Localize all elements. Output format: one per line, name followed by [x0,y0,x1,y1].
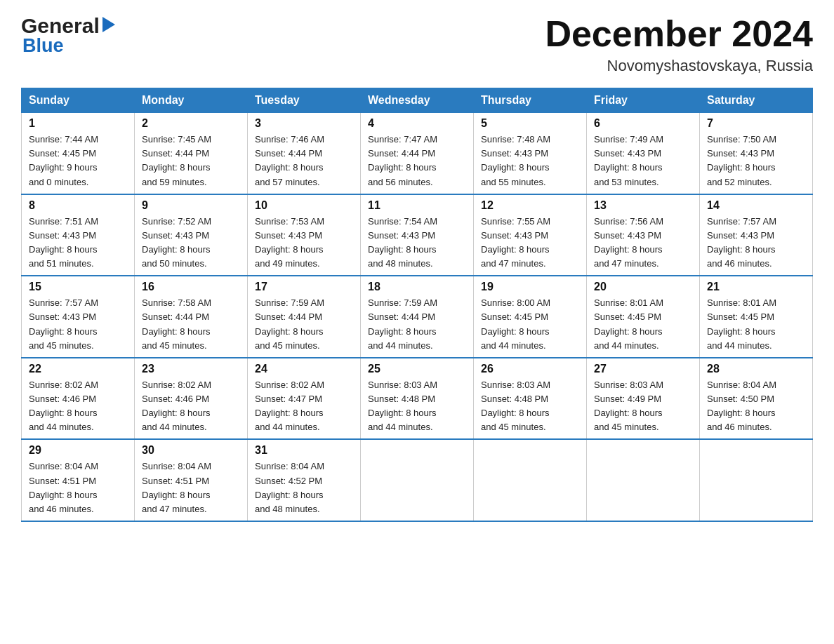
day-cell: 25Sunrise: 8:03 AM Sunset: 4:48 PM Dayli… [361,358,474,440]
day-info: Sunrise: 7:54 AM Sunset: 4:43 PM Dayligh… [368,215,466,271]
day-number: 6 [594,117,692,130]
day-info: Sunrise: 7:58 AM Sunset: 4:44 PM Dayligh… [142,296,240,353]
day-info: Sunrise: 7:52 AM Sunset: 4:43 PM Dayligh… [142,215,240,271]
day-info: Sunrise: 7:47 AM Sunset: 4:44 PM Dayligh… [368,133,466,189]
day-info: Sunrise: 7:49 AM Sunset: 4:43 PM Dayligh… [594,133,692,189]
week-row-2: 8Sunrise: 7:51 AM Sunset: 4:43 PM Daylig… [22,194,813,276]
day-number: 14 [707,199,805,212]
day-number: 18 [368,281,466,293]
day-number: 23 [142,363,240,375]
logo-arrow-icon [102,18,115,34]
day-number: 2 [142,117,240,130]
day-cell: 7Sunrise: 7:50 AM Sunset: 4:43 PM Daylig… [700,113,813,194]
logo-general-text: General [21,14,100,38]
day-number: 13 [594,199,692,212]
day-cell: 17Sunrise: 7:59 AM Sunset: 4:44 PM Dayli… [248,276,361,358]
day-info: Sunrise: 7:44 AM Sunset: 4:45 PM Dayligh… [29,133,127,189]
day-info: Sunrise: 8:02 AM Sunset: 4:47 PM Dayligh… [255,378,353,435]
day-number: 9 [142,199,240,212]
day-info: Sunrise: 8:04 AM Sunset: 4:51 PM Dayligh… [29,459,127,516]
day-info: Sunrise: 7:45 AM Sunset: 4:44 PM Dayligh… [142,133,240,189]
day-cell: 18Sunrise: 7:59 AM Sunset: 4:44 PM Dayli… [361,276,474,358]
calendar-header: SundayMondayTuesdayWednesdayThursdayFrid… [22,88,813,113]
day-info: Sunrise: 8:04 AM Sunset: 4:51 PM Dayligh… [142,459,240,516]
day-cell: 11Sunrise: 7:54 AM Sunset: 4:43 PM Dayli… [361,194,474,276]
day-number: 15 [29,281,127,293]
day-cell [474,439,587,521]
header-cell-friday: Friday [587,88,700,113]
logo: General Blue [21,14,115,57]
day-number: 25 [368,363,466,375]
day-cell: 16Sunrise: 7:58 AM Sunset: 4:44 PM Dayli… [135,276,248,358]
header-cell-sunday: Sunday [22,88,135,113]
day-info: Sunrise: 7:57 AM Sunset: 4:43 PM Dayligh… [707,215,805,271]
day-cell: 23Sunrise: 8:02 AM Sunset: 4:46 PM Dayli… [135,358,248,440]
day-number: 31 [255,444,353,457]
day-cell: 20Sunrise: 8:01 AM Sunset: 4:45 PM Dayli… [587,276,700,358]
day-info: Sunrise: 8:01 AM Sunset: 4:45 PM Dayligh… [707,296,805,353]
day-cell: 19Sunrise: 8:00 AM Sunset: 4:45 PM Dayli… [474,276,587,358]
day-info: Sunrise: 7:46 AM Sunset: 4:44 PM Dayligh… [255,133,353,189]
day-cell: 30Sunrise: 8:04 AM Sunset: 4:51 PM Dayli… [135,439,248,521]
page-title: December 2024 [545,14,813,54]
day-cell: 1Sunrise: 7:44 AM Sunset: 4:45 PM Daylig… [22,113,135,194]
day-info: Sunrise: 8:02 AM Sunset: 4:46 PM Dayligh… [142,378,240,435]
day-number: 4 [368,117,466,130]
day-info: Sunrise: 8:01 AM Sunset: 4:45 PM Dayligh… [594,296,692,353]
day-number: 5 [481,117,579,130]
day-cell: 15Sunrise: 7:57 AM Sunset: 4:43 PM Dayli… [22,276,135,358]
calendar-body: 1Sunrise: 7:44 AM Sunset: 4:45 PM Daylig… [22,113,813,521]
header-cell-wednesday: Wednesday [361,88,474,113]
day-info: Sunrise: 7:59 AM Sunset: 4:44 PM Dayligh… [255,296,353,353]
day-info: Sunrise: 7:53 AM Sunset: 4:43 PM Dayligh… [255,215,353,271]
day-number: 21 [707,281,805,293]
day-number: 1 [29,117,127,130]
day-cell: 31Sunrise: 8:04 AM Sunset: 4:52 PM Dayli… [248,439,361,521]
day-number: 11 [368,199,466,212]
day-number: 8 [29,199,127,212]
day-info: Sunrise: 8:03 AM Sunset: 4:49 PM Dayligh… [594,378,692,435]
logo-line1: General [21,14,115,38]
day-number: 26 [481,363,579,375]
day-info: Sunrise: 8:04 AM Sunset: 4:52 PM Dayligh… [255,459,353,516]
day-cell: 3Sunrise: 7:46 AM Sunset: 4:44 PM Daylig… [248,113,361,194]
day-number: 3 [255,117,353,130]
day-info: Sunrise: 7:59 AM Sunset: 4:44 PM Dayligh… [368,296,466,353]
day-number: 12 [481,199,579,212]
day-number: 22 [29,363,127,375]
day-cell: 21Sunrise: 8:01 AM Sunset: 4:45 PM Dayli… [700,276,813,358]
header-cell-saturday: Saturday [700,88,813,113]
day-cell: 2Sunrise: 7:45 AM Sunset: 4:44 PM Daylig… [135,113,248,194]
day-cell: 26Sunrise: 8:03 AM Sunset: 4:48 PM Dayli… [474,358,587,440]
day-info: Sunrise: 8:00 AM Sunset: 4:45 PM Dayligh… [481,296,579,353]
day-info: Sunrise: 7:55 AM Sunset: 4:43 PM Dayligh… [481,215,579,271]
day-number: 24 [255,363,353,375]
week-row-4: 22Sunrise: 8:02 AM Sunset: 4:46 PM Dayli… [22,358,813,440]
logo-blue-text: Blue [22,35,64,57]
day-info: Sunrise: 8:03 AM Sunset: 4:48 PM Dayligh… [368,378,466,435]
day-info: Sunrise: 7:51 AM Sunset: 4:43 PM Dayligh… [29,215,127,271]
day-cell: 13Sunrise: 7:56 AM Sunset: 4:43 PM Dayli… [587,194,700,276]
day-cell: 22Sunrise: 8:02 AM Sunset: 4:46 PM Dayli… [22,358,135,440]
day-number: 28 [707,363,805,375]
day-cell: 28Sunrise: 8:04 AM Sunset: 4:50 PM Dayli… [700,358,813,440]
day-info: Sunrise: 8:04 AM Sunset: 4:50 PM Dayligh… [707,378,805,435]
day-info: Sunrise: 7:56 AM Sunset: 4:43 PM Dayligh… [594,215,692,271]
page-header: General Blue December 2024 Novomyshastov… [21,14,813,75]
calendar-table: SundayMondayTuesdayWednesdayThursdayFrid… [21,88,813,522]
page-subtitle: Novomyshastovskaya, Russia [545,57,813,75]
day-cell: 10Sunrise: 7:53 AM Sunset: 4:43 PM Dayli… [248,194,361,276]
day-number: 19 [481,281,579,293]
day-info: Sunrise: 7:57 AM Sunset: 4:43 PM Dayligh… [29,296,127,353]
header-cell-monday: Monday [135,88,248,113]
day-cell: 6Sunrise: 7:49 AM Sunset: 4:43 PM Daylig… [587,113,700,194]
day-cell: 14Sunrise: 7:57 AM Sunset: 4:43 PM Dayli… [700,194,813,276]
day-cell: 29Sunrise: 8:04 AM Sunset: 4:51 PM Dayli… [22,439,135,521]
svg-marker-0 [102,17,115,32]
day-number: 17 [255,281,353,293]
day-cell: 9Sunrise: 7:52 AM Sunset: 4:43 PM Daylig… [135,194,248,276]
header-cell-tuesday: Tuesday [248,88,361,113]
day-info: Sunrise: 7:50 AM Sunset: 4:43 PM Dayligh… [707,133,805,189]
day-cell [587,439,700,521]
week-row-3: 15Sunrise: 7:57 AM Sunset: 4:43 PM Dayli… [22,276,813,358]
